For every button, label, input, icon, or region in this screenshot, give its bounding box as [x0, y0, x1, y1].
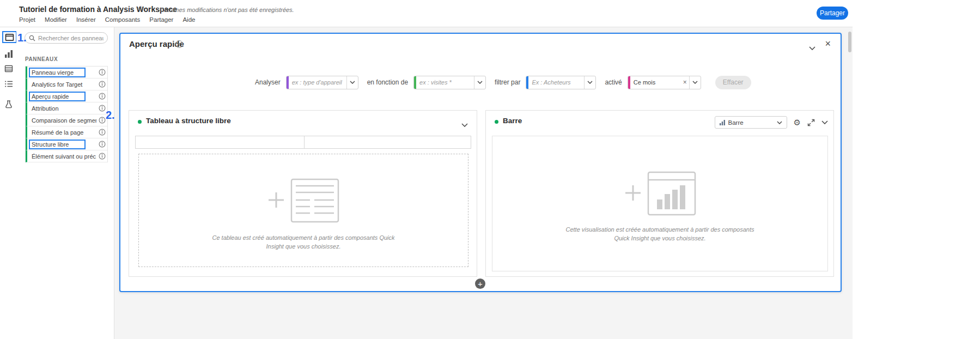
panel-item-apercu-rapide[interactable]: Aperçu rapide	[26, 90, 107, 102]
bar-chart-placeholder-zone: Cette visualisation est créée automatiqu…	[492, 136, 828, 271]
bar-chart-placeholder-illustration	[624, 171, 696, 216]
freeform-table-card: Tableau à structure libre Ce tableau est…	[129, 110, 477, 277]
viz-type-value: Barre	[728, 119, 774, 126]
freeform-table-header-row	[135, 136, 471, 149]
panel-item-analytics-for-target[interactable]: Analytics for Target	[26, 78, 107, 90]
panel-item-attribution[interactable]: Attribution	[26, 102, 107, 114]
menu-bar: Projet Modifier Insérer Composants Parta…	[19, 16, 195, 23]
bar-caption: Cette visualisation est créée automatiqu…	[562, 226, 758, 243]
left-icon-rail	[0, 27, 16, 339]
chevron-down-icon	[777, 121, 782, 124]
segment-combobox[interactable]	[526, 76, 596, 89]
panel-collapse-chevron-icon[interactable]	[809, 43, 815, 52]
info-icon[interactable]	[96, 81, 107, 88]
quick-insights-panel: Aperçu rapide ? × Analyser en fonction d…	[119, 33, 842, 292]
favorite-star-icon[interactable]: ☆	[137, 4, 144, 14]
tutorial-highlight-rail-box	[2, 31, 17, 43]
help-icon[interactable]: ?	[175, 40, 183, 48]
analyser-combobox[interactable]	[286, 76, 358, 89]
menu-projet[interactable]: Projet	[19, 16, 35, 23]
menu-composants[interactable]: Composants	[105, 16, 141, 23]
freeform-card-title: Tableau à structure libre	[146, 117, 231, 125]
bar-chart-card: Barre Barre ⚙	[485, 110, 834, 277]
info-icon[interactable]	[96, 93, 107, 100]
tutorial-step-2-label: 2.	[106, 109, 115, 122]
tutorial-step-1-label: 1.	[17, 32, 27, 44]
chevron-down-icon[interactable]	[346, 76, 358, 89]
chevron-down-icon[interactable]	[461, 119, 468, 129]
expand-icon[interactable]	[807, 119, 815, 126]
metric-combobox[interactable]	[413, 76, 486, 89]
table-header-cell	[305, 136, 471, 148]
panel-search-box[interactable]	[25, 32, 108, 44]
components-icon[interactable]	[4, 64, 13, 73]
menu-modifier[interactable]: Modifier	[45, 16, 67, 23]
menu-inserer[interactable]: Insérer	[76, 16, 96, 23]
info-icon[interactable]	[96, 153, 107, 160]
info-icon[interactable]	[96, 141, 107, 148]
metric-input[interactable]	[416, 79, 474, 86]
add-visualization-button[interactable]: +	[475, 279, 485, 289]
analyser-input[interactable]	[289, 79, 346, 86]
bar-card-title: Barre	[503, 117, 522, 125]
freeform-green-dot	[138, 120, 142, 124]
panel-item-comparaison-de-segments[interactable]: Comparaison de segments	[26, 114, 107, 126]
sidebar-divider	[114, 27, 114, 339]
panels-icon[interactable]	[5, 33, 14, 42]
bar-green-dot	[495, 120, 498, 124]
unsaved-changes-notice: Certaines modifications n'ont pas été en…	[160, 7, 294, 13]
panels-sidebar: PANNEAUX Panneau vierge Analytics for Ta…	[16, 27, 114, 339]
panel-item-panneau-vierge[interactable]: Panneau vierge	[26, 66, 107, 78]
clear-x-icon[interactable]: ×	[681, 78, 689, 86]
bar-card-toolbar: Barre ⚙	[715, 116, 828, 129]
info-icon[interactable]	[96, 129, 107, 136]
search-input[interactable]	[38, 35, 104, 41]
chevron-down-icon[interactable]	[584, 76, 595, 89]
date-range-value: Ce mois	[630, 79, 681, 86]
scrollbar-thumb[interactable]	[848, 32, 851, 52]
toc-icon[interactable]	[4, 79, 13, 88]
panel-close-icon[interactable]: ×	[825, 38, 831, 50]
active-label: activé	[605, 78, 622, 86]
menu-partager[interactable]: Partager	[149, 16, 173, 23]
chevron-down-icon[interactable]	[821, 120, 828, 124]
effacer-button[interactable]: Effacer	[715, 76, 751, 89]
menu-aide[interactable]: Aide	[182, 16, 195, 23]
viz-type-select[interactable]: Barre	[715, 116, 787, 129]
analysis-workspace-app: Tutoriel de formation à Analysis Workspa…	[0, 0, 980, 339]
mini-bar-chart-icon	[720, 120, 725, 125]
date-range-combobox[interactable]: Ce mois ×	[628, 76, 701, 89]
gear-icon[interactable]: ⚙	[794, 118, 801, 126]
quick-insight-builder-row: Analyser en fonction de filtrer par acti…	[255, 75, 751, 89]
filtrer-par-label: filtrer par	[495, 78, 520, 86]
analyser-label: Analyser	[255, 78, 281, 86]
panneaux-section-title: PANNEAUX	[25, 56, 58, 62]
chevron-down-icon[interactable]	[474, 76, 485, 89]
freeform-drop-zone[interactable]: Ce tableau est créé automatiquement à pa…	[138, 154, 468, 267]
panel-item-structure-libre[interactable]: Structure libre	[26, 138, 107, 150]
project-title: Tutoriel de formation à Analysis Workspa…	[19, 5, 177, 14]
share-button[interactable]: Partager	[817, 7, 848, 20]
freeform-caption: Ce tableau est créé automatiquement à pa…	[205, 234, 401, 251]
panel-item-resume-de-la-page[interactable]: Résumé de la page	[26, 126, 107, 138]
table-placeholder-illustration	[267, 178, 339, 223]
panel-item-element-suivant[interactable]: Élément suivant ou préc...	[26, 150, 107, 162]
visualizations-icon[interactable]	[4, 49, 13, 58]
search-icon	[29, 35, 35, 41]
beaker-icon[interactable]	[4, 99, 13, 108]
segment-input[interactable]	[528, 79, 584, 86]
info-icon[interactable]	[96, 69, 107, 76]
panel-list: Panneau vierge Analytics for Target Aper…	[25, 66, 108, 162]
top-bar: Tutoriel de formation à Analysis Workspa…	[0, 0, 853, 27]
table-header-cell	[136, 136, 305, 148]
en-fonction-de-label: en fonction de	[367, 78, 408, 86]
chevron-down-icon[interactable]	[689, 76, 701, 89]
